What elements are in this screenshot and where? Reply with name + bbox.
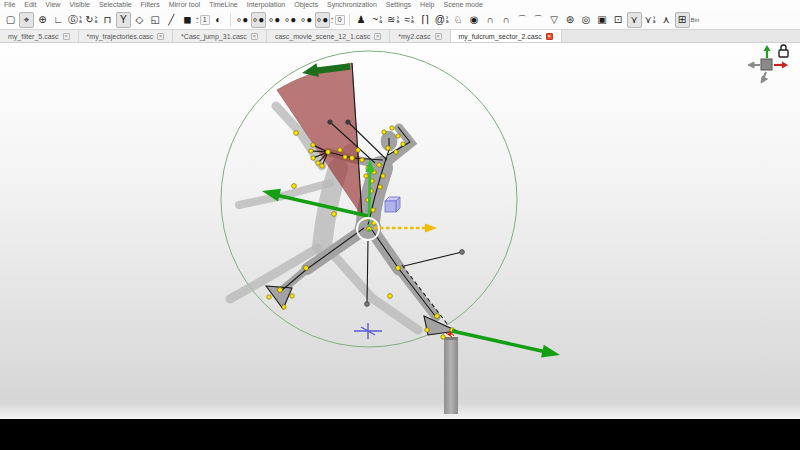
menu-timeline[interactable]: TimeLine bbox=[209, 0, 238, 10]
menu-scene-mode[interactable]: Scene mode bbox=[443, 0, 482, 10]
arc-flat-2-icon[interactable]: ⌒ bbox=[531, 12, 546, 28]
support-pole bbox=[444, 337, 458, 414]
fulcrum-alt-icon[interactable]: ⋏ bbox=[659, 12, 674, 28]
tab-casc_movie_scene_12_1casc[interactable]: casc_movie_scene_12_1.casc× bbox=[267, 30, 390, 42]
target-icon[interactable]: ◎ bbox=[579, 12, 594, 28]
axes-corner-icon[interactable]: ∟ bbox=[51, 12, 66, 28]
trajectory-wave-icon[interactable]: ~›a bbox=[370, 12, 385, 28]
tab-label: *Casc_jump_31.casc bbox=[181, 33, 247, 40]
tab-label: my_filter_5.casc bbox=[8, 33, 59, 40]
menu-interpolation[interactable]: Interpolation bbox=[247, 0, 286, 10]
layer-spinner-value[interactable]: 1 bbox=[200, 15, 210, 25]
box-controller[interactable] bbox=[385, 197, 400, 212]
ground-axis-marker[interactable] bbox=[354, 323, 382, 339]
menu-edit[interactable]: Edit bbox=[24, 0, 36, 10]
tab-label: my_fulcrum_sector_2.casc bbox=[459, 33, 542, 40]
menu-help[interactable]: Help bbox=[420, 0, 434, 10]
lock-icon[interactable] bbox=[779, 45, 788, 57]
menu-synchronization[interactable]: Synchronization bbox=[327, 0, 377, 10]
fulcrum-icon[interactable]: ⋎ bbox=[627, 12, 642, 28]
arc-up-1-icon[interactable]: ∩ bbox=[483, 12, 498, 28]
ik-spheres-3-icon[interactable]: ∘● bbox=[267, 12, 282, 28]
cascadeur-window: FileEditViewVisibleSelectableFiltersMirr… bbox=[0, 0, 800, 450]
walk-character-icon[interactable]: ♟ bbox=[354, 12, 369, 28]
spiral-icon[interactable]: @›a bbox=[434, 12, 450, 28]
globe-a-icon[interactable]: ⊛ bbox=[563, 12, 578, 28]
trajectories-filter-icon[interactable]: ≈›a bbox=[402, 12, 417, 28]
trajectory-wave-icon-chevron[interactable]: ›a bbox=[379, 16, 382, 23]
tab-label: *my2.casc bbox=[398, 33, 430, 40]
joint-graph-icon[interactable]: Y bbox=[116, 12, 131, 28]
target-circle-icon[interactable]: ◉ bbox=[467, 12, 482, 28]
solid-cube-icon[interactable]: ◼ bbox=[180, 12, 195, 28]
wire-cube-icon[interactable]: ◇ bbox=[132, 12, 147, 28]
toolbar-separator bbox=[230, 14, 231, 26]
fulcrum-add-icon[interactable]: ⋎›a bbox=[643, 12, 658, 28]
clipped-label: Bin bbox=[691, 17, 700, 23]
tab-my_trajectoriescasc[interactable]: *my_trajectories.casc× bbox=[79, 30, 174, 42]
menu-settings[interactable]: Settings bbox=[386, 0, 411, 10]
trajectories-multi-icon[interactable]: ≋›a bbox=[386, 12, 401, 28]
menu-filters[interactable]: Filters bbox=[141, 0, 160, 10]
tab-close-icon[interactable]: × bbox=[251, 33, 258, 40]
line-tool-icon[interactable]: ╱ bbox=[164, 12, 179, 28]
run-character-icon[interactable]: ♘ bbox=[451, 12, 466, 28]
ik-spheres-4-icon[interactable]: ∘● bbox=[283, 12, 298, 28]
tab-close-icon[interactable]: × bbox=[546, 33, 553, 40]
trajectories-multi-icon-chevron[interactable]: ›a bbox=[396, 16, 399, 23]
arc-flat-1-icon[interactable]: ⌒ bbox=[515, 12, 530, 28]
letterbox-bar bbox=[0, 417, 800, 450]
pick-object-icon[interactable]: ◱ bbox=[148, 12, 163, 28]
frame-spinner-plusminus[interactable]: +− bbox=[331, 16, 334, 24]
fulcrum-add-icon-chevron[interactable]: ›a bbox=[653, 16, 656, 23]
tab-close-icon[interactable]: × bbox=[157, 33, 164, 40]
tab-label: *my_trajectories.casc bbox=[87, 33, 154, 40]
viewport-3d[interactable] bbox=[0, 43, 800, 417]
tab-my_fulcrum_sector_2casc[interactable]: my_fulcrum_sector_2.casc× bbox=[451, 30, 562, 42]
layer-spinner[interactable]: +−1 bbox=[196, 15, 210, 25]
menu-objects[interactable]: Objects bbox=[294, 0, 318, 10]
toolbar: ▢⌖⊕∟Ⓖ›a↻›a⊓Y◇◱╱◼+−1◐∘●∘●∘●∘●∘●∘●+−0♟~›a≋… bbox=[0, 10, 800, 29]
menu-visible[interactable]: Visible bbox=[69, 0, 90, 10]
menu-view[interactable]: View bbox=[45, 0, 60, 10]
menu-file[interactable]: File bbox=[4, 0, 15, 10]
global-mode-icon-chevron[interactable]: ›a bbox=[79, 16, 82, 23]
toolbar-separator bbox=[349, 14, 350, 26]
scene-canvas[interactable] bbox=[0, 43, 800, 417]
tab-close-icon[interactable]: × bbox=[374, 33, 381, 40]
velocity-arrow-right[interactable] bbox=[452, 331, 560, 357]
tab-my_filter_5casc[interactable]: my_filter_5.casc× bbox=[0, 30, 79, 42]
document-tab-bar: my_filter_5.casc×*my_trajectories.casc×*… bbox=[0, 29, 800, 43]
tab-Casc_jump_31casc[interactable]: *Casc_jump_31.casc× bbox=[173, 30, 267, 42]
arc-up-2-icon[interactable]: ∩ bbox=[499, 12, 514, 28]
rotate-mode-icon-chevron[interactable]: ›a bbox=[95, 16, 98, 23]
ik-spheres-1-icon[interactable]: ∘● bbox=[235, 12, 250, 28]
globe-rotate-icon[interactable]: ⊕ bbox=[35, 12, 50, 28]
layer-spinner-plusminus[interactable]: +− bbox=[196, 16, 199, 24]
global-mode-icon[interactable]: Ⓖ›a bbox=[67, 12, 83, 28]
point-pair-icon[interactable]: ◐ bbox=[211, 12, 226, 28]
frame-spinner-value[interactable]: 0 bbox=[335, 15, 345, 25]
focus-frame-icon[interactable]: ⊡ bbox=[611, 12, 626, 28]
menubar: FileEditViewVisibleSelectableFiltersMirr… bbox=[0, 0, 800, 10]
shield-icon[interactable]: ▽ bbox=[547, 12, 562, 28]
rotate-mode-icon[interactable]: ↻›a bbox=[84, 12, 99, 28]
tab-close-icon[interactable]: × bbox=[63, 33, 70, 40]
menu-selectable[interactable]: Selectable bbox=[99, 0, 132, 10]
ik-spheres-5-icon[interactable]: ∘● bbox=[299, 12, 314, 28]
tab-close-icon[interactable]: × bbox=[435, 33, 442, 40]
interval-brackets-icon[interactable]: ⌈⌉ bbox=[418, 12, 433, 28]
frame-spinner[interactable]: +−0 bbox=[331, 15, 345, 25]
spiral-icon-chevron[interactable]: ›a bbox=[446, 16, 449, 23]
marquee-select-icon[interactable]: ▢ bbox=[3, 12, 18, 28]
grid-icon[interactable]: ⊞ bbox=[675, 12, 690, 28]
trajectories-filter-icon-chevron[interactable]: ›a bbox=[411, 16, 414, 23]
lateral-yellow-arrow[interactable] bbox=[374, 224, 437, 233]
tab-my2casc[interactable]: *my2.casc× bbox=[390, 30, 450, 42]
board-icon[interactable]: ⊓ bbox=[100, 12, 115, 28]
move-tool-icon[interactable]: ⌖ bbox=[19, 12, 34, 28]
menu-mirror-tool[interactable]: Mirror tool bbox=[169, 0, 201, 10]
ik-spheres-6-icon[interactable]: ∘● bbox=[315, 12, 330, 28]
ik-spheres-2-icon[interactable]: ∘● bbox=[251, 12, 266, 28]
camera-icon[interactable]: ▣ bbox=[595, 12, 610, 28]
